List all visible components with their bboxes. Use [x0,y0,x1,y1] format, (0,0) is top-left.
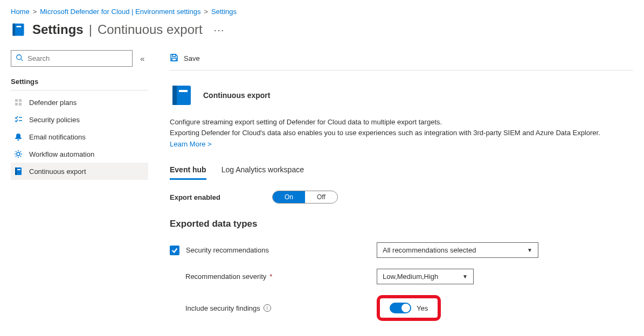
main-content: Save Continuous export Configure streami… [154,50,644,332]
breadcrumb: Home > Microsoft Defender for Cloud | En… [0,0,644,20]
sidebar-item-security-policies[interactable]: Security policies [11,111,148,128]
learn-more-link[interactable]: Learn More > [170,140,212,148]
save-button[interactable]: Save [170,53,200,64]
sidebar-item-defender-plans[interactable]: Defender plans [11,94,148,111]
include-findings-value: Yes [417,304,428,312]
security-recommendations-label: Security recommendations [186,246,269,254]
bell-icon [14,132,23,141]
include-findings-toggle[interactable] [390,303,411,313]
intro-desc-1: Configure streaming export setting of De… [170,117,633,128]
tab-event-hub[interactable]: Event hub [170,165,206,180]
book-icon [170,83,193,107]
section-intro: Continuous export [170,83,633,107]
page-header: Settings | Continuous export ⋯ [0,20,644,50]
svg-rect-1 [13,24,15,36]
page-title-strong: Settings [32,22,84,37]
svg-line-4 [21,59,23,61]
export-enabled-label: Export enabled [170,193,272,201]
sidebar-item-email-notifications[interactable]: Email notifications [11,128,148,145]
sidebar-item-label: Defender plans [29,99,77,107]
save-label: Save [184,54,200,62]
info-icon[interactable]: i [264,304,271,312]
toggle-on[interactable]: On [273,191,305,203]
search-input[interactable] [27,54,128,62]
tab-log-analytics[interactable]: Log Analytics workspace [221,165,304,180]
security-recommendations-checkbox[interactable] [170,246,179,255]
breadcrumb-sep: > [33,8,37,16]
dropdown-value: All recommendations selected [383,246,476,254]
sidebar: « Settings Defender plans Security polic… [0,50,154,332]
chevron-down-icon: ▼ [527,247,532,253]
sidebar-item-continuous-export[interactable]: Continuous export [11,163,148,180]
svg-rect-7 [15,103,18,106]
page-title-bar: | [89,22,92,37]
exported-data-types-heading: Exported data types [170,219,633,229]
more-actions-icon[interactable]: ⋯ [213,24,225,37]
required-star: * [269,272,272,281]
svg-rect-5 [15,99,18,102]
breadcrumb-settings[interactable]: Settings [211,8,237,16]
sidebar-item-label: Security policies [29,116,80,124]
sidebar-item-workflow-automation[interactable]: Workflow automation [11,145,148,163]
collapse-sidebar-icon[interactable]: « [140,54,144,63]
save-icon [170,53,178,64]
book-icon [14,167,23,176]
svg-rect-13 [15,167,17,175]
page-title-sub: Continuous export [98,22,203,37]
sidebar-heading: Settings [11,78,148,90]
sidebar-item-label: Email notifications [29,133,86,141]
breadcrumb-defender[interactable]: Microsoft Defender for Cloud | Environme… [40,8,200,16]
svg-point-3 [17,55,22,60]
highlight-box: Yes [377,295,441,321]
sidebar-item-label: Continuous export [29,167,86,176]
dropdown-value: Low,Medium,High [383,272,438,281]
svg-rect-14 [17,169,20,170]
svg-rect-2 [17,26,22,27]
shield-grid-icon [14,98,23,107]
svg-point-11 [17,152,20,156]
recommendations-dropdown[interactable]: All recommendations selected ▼ [377,242,538,258]
intro-desc-2: Exporting Defender for Cloud's data also… [170,128,633,138]
chevron-down-icon: ▼ [462,274,468,279]
toggle-knob [401,304,410,312]
search-box[interactable] [11,50,133,67]
search-icon [16,54,23,63]
breadcrumb-home[interactable]: Home [11,8,30,16]
svg-rect-19 [179,90,188,92]
sidebar-item-label: Workflow automation [29,150,94,158]
svg-rect-15 [172,54,176,57]
checklist-icon [14,115,23,124]
gear-icon [14,150,23,158]
recommendation-severity-label: Recommendation severity [185,272,266,281]
tabs: Event hub Log Analytics workspace [170,165,633,180]
svg-rect-16 [172,58,176,61]
breadcrumb-sep: > [204,8,208,16]
toolbar: Save [170,50,633,71]
svg-rect-8 [19,103,22,106]
svg-rect-18 [172,86,177,105]
toggle-off[interactable]: Off [305,191,337,203]
include-findings-label: Include security findings [185,304,260,312]
severity-dropdown[interactable]: Low,Medium,High ▼ [377,269,474,284]
section-intro-title: Continuous export [203,91,270,100]
export-enabled-toggle[interactable]: On Off [272,191,338,204]
book-icon [11,22,26,37]
svg-rect-6 [19,99,22,102]
